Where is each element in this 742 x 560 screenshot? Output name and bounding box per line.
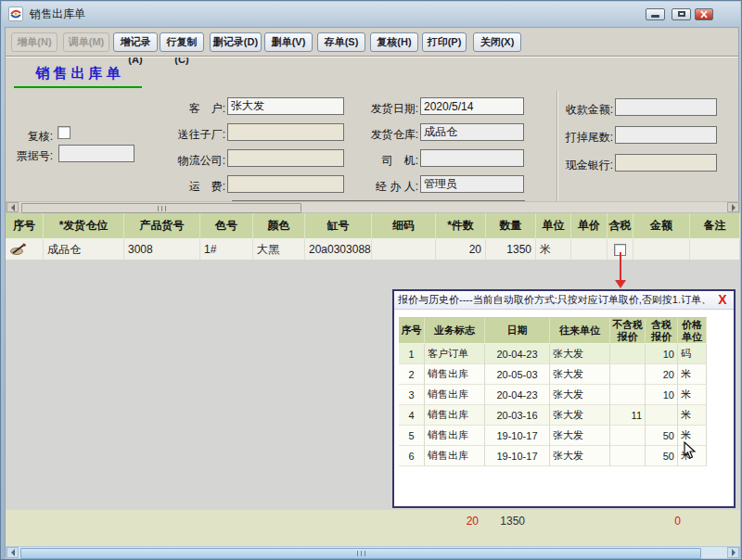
red-arrow-down-icon (615, 280, 626, 288)
scroll-left-icon[interactable] (6, 547, 19, 558)
popup-cell (610, 364, 646, 385)
grid-header-cell: 缸号 (305, 213, 372, 239)
grid-cell-color[interactable]: 大黑 (253, 239, 305, 260)
popup-cell: 20-03-16 (485, 405, 550, 426)
grid-horizontal-scrollbar[interactable] (6, 201, 740, 213)
grid-row[interactable]: 成品仓 3008 1# 大黑 20a0303088 20 1350 米 (6, 239, 740, 260)
ship-date-input[interactable] (420, 97, 524, 115)
review-checkbox[interactable] (58, 126, 70, 139)
popup-cell (610, 344, 646, 364)
delete-order-button[interactable]: 删单(V) (264, 32, 313, 52)
cash-bank-label: 现金银行: (554, 158, 613, 173)
close-icon[interactable] (695, 8, 713, 20)
popup-cell: 销售出库 (425, 405, 485, 426)
load-order-button[interactable]: 调单(M) (63, 32, 109, 52)
popup-cell: 张大发 (550, 426, 610, 446)
popup-header-cell: 日期 (485, 318, 550, 344)
grid-header-cell: 备注 (690, 213, 740, 239)
copy-row-button[interactable]: 行复制(C) (160, 32, 204, 52)
grid-cell-color-no[interactable]: 1# (200, 239, 253, 260)
popup-cell: 20-05-03 (485, 364, 550, 385)
popup-row[interactable]: 1 客户订单 20-04-23 张大发 10 码 (399, 344, 707, 364)
grid-cell-size[interactable] (372, 239, 436, 260)
popup-cell: 10 (646, 344, 678, 364)
logistics-input[interactable] (227, 149, 344, 167)
popup-cell: 20 (646, 364, 678, 385)
grid-cell-remark[interactable] (690, 239, 740, 260)
add-order-button[interactable]: 增单(N) (11, 32, 58, 52)
grid-header-cell: 颜色 (253, 213, 305, 239)
scroll-right-icon[interactable] (727, 547, 739, 558)
operator-input[interactable] (420, 175, 524, 193)
grid-cell-price[interactable] (571, 239, 608, 260)
popup-header-cell: 价格单位 (678, 318, 707, 344)
ticket-input[interactable] (58, 145, 134, 162)
form-title-underline (14, 86, 142, 88)
grid-cell-pieces[interactable]: 20 (436, 239, 486, 260)
popup-titlebar: 报价与历史价----当前自动取价方式:只按对应订单取价,否则按1.订单、 X (394, 291, 734, 310)
popup-header-cell: 业务标志 (425, 318, 485, 344)
app-logo-icon (8, 6, 23, 21)
grid-summary-row: 20 1350 0 (6, 510, 740, 546)
popup-cell: 米 (678, 405, 707, 426)
receive-amount-input[interactable] (615, 98, 717, 116)
grid-header-cell: *件数 (436, 213, 486, 239)
add-record-button[interactable]: 增记录(A) (113, 32, 158, 52)
popup-cell: 11 (610, 405, 646, 426)
popup-row[interactable]: 4 销售出库 20-03-16 张大发 11 米 (399, 405, 707, 426)
popup-cell (610, 446, 646, 466)
popup-cell: 销售出库 (425, 385, 485, 405)
popup-title: 报价与历史价----当前自动取价方式:只按对应订单取价,否则按1.订单、 (398, 291, 713, 309)
print-button[interactable]: 打印(P) (422, 32, 467, 52)
grid-cell-unit[interactable]: 米 (536, 239, 571, 260)
popup-row[interactable]: 6 销售出库 19-10-17 张大发 50 米 (399, 446, 707, 466)
window-horizontal-scrollbar[interactable] (6, 546, 740, 559)
window-content: 增单(N) 调单(M) 增记录(A) 行复制(C) 删记录(D) 删单(V) 存… (5, 27, 739, 557)
cash-bank-input[interactable] (615, 154, 717, 172)
grid-header-cell: 色号 (200, 213, 253, 239)
customer-input[interactable] (227, 97, 344, 115)
grid-cell-product[interactable]: 3008 (124, 239, 200, 260)
grid-cell-amount[interactable] (633, 239, 690, 260)
row-selector-pen-icon[interactable] (6, 239, 44, 260)
grid-cell-quantity[interactable]: 1350 (486, 239, 536, 260)
driver-label: 司 机: (359, 153, 418, 169)
popup-close-x-icon[interactable]: X (714, 291, 731, 309)
grid-cell-warehouse[interactable]: 成品仓 (44, 239, 124, 260)
popup-cell: 3 (399, 385, 425, 405)
save-order-button[interactable]: 存单(S) (317, 32, 365, 52)
scroll-left-icon[interactable] (6, 202, 19, 212)
delete-record-button[interactable]: 删记录(D) (210, 32, 262, 52)
red-arrow-line (620, 252, 621, 280)
round-off-label: 打掉尾数: (554, 130, 613, 146)
scroll-right-icon[interactable] (727, 202, 739, 212)
grid-header-cell: 金额 (633, 213, 690, 239)
freight-input[interactable] (227, 175, 344, 193)
popup-row[interactable]: 3 销售出库 20-04-23 张大发 10 米 (399, 385, 707, 405)
close-button[interactable]: 关闭(X) (473, 32, 521, 52)
popup-cell: 销售出库 (425, 446, 485, 466)
popup-row[interactable]: 5 销售出库 19-10-17 张大发 50 米 (399, 426, 707, 446)
review-button[interactable]: 复核(H) (370, 32, 418, 52)
grid-cell-vat-no[interactable]: 20a0303088 (305, 239, 372, 260)
grid-scrollbar-thumb[interactable] (21, 203, 301, 213)
minimize-glyph (651, 15, 659, 18)
app-window: 销售出库单 增单(N) 调单(M) 增记录(A) 行复制(C) 删记录(D) 删… (0, 0, 742, 560)
popup-cell: 码 (678, 344, 707, 364)
popup-row[interactable]: 2 销售出库 20-05-03 张大发 20 米 (399, 364, 707, 385)
popup-cell: 张大发 (550, 405, 610, 426)
window-scrollbar-thumb[interactable] (20, 548, 701, 559)
popup-table: 序号 业务标志 日期 往来单位 不含税报价 含税报价 价格单位 1 客户订单 2… (399, 317, 707, 466)
ticket-label: 票据号: (9, 148, 53, 164)
minimize-icon[interactable] (646, 8, 665, 20)
sub-factory-input[interactable] (227, 123, 344, 141)
maximize-icon[interactable] (672, 8, 691, 20)
driver-input[interactable] (420, 149, 524, 167)
popup-header-cell: 不含税报价 (610, 318, 646, 344)
grid-header-cell: 细码 (372, 213, 436, 239)
window-title: 销售出库单 (30, 2, 85, 27)
mouse-cursor-icon (684, 441, 697, 464)
warehouse-input[interactable] (420, 123, 524, 141)
popup-cell (610, 426, 646, 446)
round-off-input[interactable] (615, 126, 717, 144)
